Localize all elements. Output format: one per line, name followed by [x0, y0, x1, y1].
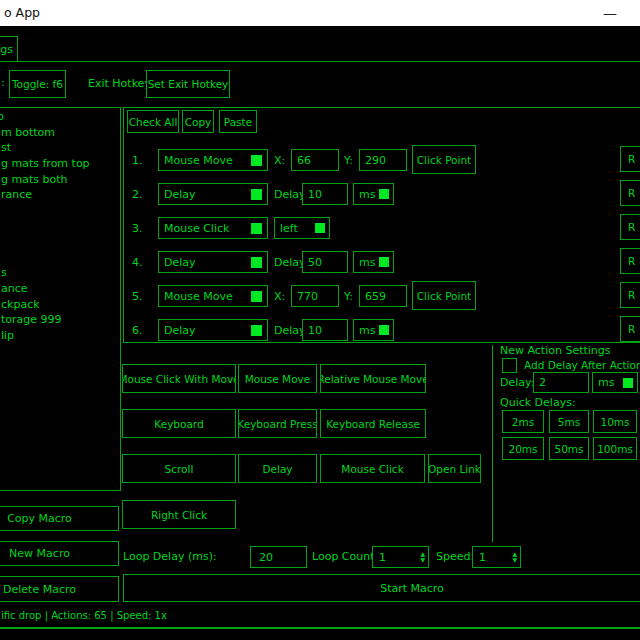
- action-type-dropdown[interactable]: Mouse Move: [158, 285, 268, 307]
- copy-macro-button[interactable]: Copy Macro: [0, 506, 119, 531]
- action-number: 2.: [132, 188, 143, 201]
- y-label: Y:: [344, 154, 353, 167]
- dropdown-square-icon: [251, 257, 262, 268]
- remove-button[interactable]: R: [620, 146, 640, 172]
- loop-count-value: 1: [379, 551, 386, 564]
- y-input[interactable]: 659: [359, 285, 407, 307]
- start-macro-button[interactable]: Start Macro: [123, 574, 640, 602]
- delete-macro-button[interactable]: Delete Macro: [0, 576, 119, 602]
- remove-button[interactable]: R: [620, 282, 640, 308]
- x-value: 770: [297, 290, 318, 303]
- remove-button[interactable]: R: [620, 248, 640, 274]
- stepper-down-icon[interactable]: ▼: [512, 557, 517, 563]
- tab-settings[interactable]: gs: [0, 36, 18, 62]
- action-row: 2. Delay Delay 10 ms R: [0, 183, 640, 213]
- add-mouse-move-button[interactable]: Mouse Move: [238, 364, 317, 393]
- quick-delay-10ms-button[interactable]: 10ms: [593, 410, 637, 433]
- add-keyboard-button[interactable]: Keyboard: [122, 409, 236, 438]
- status-bar-text: ific drop | Actions: 65 | Speed: 1x: [1, 610, 167, 621]
- menu-underline: [0, 61, 640, 62]
- quick-delay-5ms-button[interactable]: 5ms: [549, 410, 589, 433]
- loop-delay-input[interactable]: 20: [250, 546, 307, 568]
- action-type-value: Delay: [164, 256, 196, 269]
- add-open-link-button[interactable]: Open Link: [428, 454, 481, 483]
- macro-list-item[interactable]: m bottom: [0, 125, 120, 141]
- dropdown-square-icon: [379, 189, 389, 199]
- delay-input[interactable]: 10: [302, 183, 348, 205]
- titlebar: o App —: [0, 0, 640, 26]
- copy-button[interactable]: Copy: [182, 110, 214, 133]
- new-action-delay-label: Delay:: [500, 376, 534, 389]
- quick-delay-20ms-button[interactable]: 20ms: [502, 437, 544, 460]
- action-type-value: Mouse Move: [164, 290, 233, 303]
- stepper-arrows[interactable]: ▲ ▼: [512, 551, 517, 563]
- new-action-delay-input[interactable]: 2: [533, 372, 589, 393]
- action-type-dropdown[interactable]: Delay: [158, 251, 268, 273]
- add-right-click-button[interactable]: Right Click: [122, 500, 236, 529]
- action-type-value: Delay: [164, 188, 196, 201]
- new-action-settings-title: New Action Settings: [500, 344, 611, 357]
- loop-delay-label: Loop Delay (ms):: [123, 550, 217, 563]
- action-type-dropdown[interactable]: Delay: [158, 319, 268, 341]
- delay-label: Delay: [274, 324, 306, 337]
- x-label: X:: [274, 290, 285, 303]
- dropdown-square-icon: [379, 325, 389, 335]
- add-delay-checkbox-label: Add Delay After Action: [524, 359, 640, 371]
- remove-button[interactable]: R: [620, 180, 640, 206]
- paste-button[interactable]: Paste: [219, 110, 257, 133]
- delay-input[interactable]: 50: [302, 251, 348, 273]
- new-action-unit-value: ms: [598, 376, 614, 389]
- quick-delay-100ms-button[interactable]: 100ms: [593, 437, 637, 460]
- minimize-icon[interactable]: —: [596, 1, 624, 25]
- add-delay-checkbox[interactable]: [502, 358, 517, 373]
- dropdown-square-icon: [315, 223, 325, 233]
- add-keyboard-release-button[interactable]: Keyboard Release: [320, 409, 426, 438]
- delay-input[interactable]: 10: [302, 319, 348, 341]
- add-scroll-button[interactable]: Scroll: [122, 454, 236, 483]
- dropdown-square-icon: [251, 155, 262, 166]
- new-action-unit-dropdown[interactable]: ms: [592, 372, 638, 393]
- y-input[interactable]: 290: [359, 149, 407, 171]
- action-type-dropdown[interactable]: Delay: [158, 183, 268, 205]
- x-value: 66: [297, 154, 311, 167]
- action-type-dropdown[interactable]: Mouse Click: [158, 217, 268, 239]
- new-macro-button[interactable]: New Macro: [0, 541, 119, 566]
- toggle-hotkey-button[interactable]: Toggle: f6: [9, 70, 66, 98]
- unit-value: ms: [359, 324, 375, 337]
- dropdown-square-icon: [251, 223, 262, 234]
- unit-dropdown[interactable]: ms: [353, 183, 394, 205]
- click-point-button[interactable]: Click Point: [412, 145, 476, 174]
- add-keyboard-press-button[interactable]: Keyboard Press: [238, 409, 317, 438]
- action-type-value: Mouse Click: [164, 222, 229, 235]
- status-bar-border: [0, 627, 640, 629]
- dropdown-square-icon: [379, 257, 389, 267]
- speed-stepper[interactable]: 1 ▲ ▼: [472, 546, 521, 568]
- remove-button[interactable]: R: [620, 214, 640, 240]
- click-point-button[interactable]: Click Point: [412, 281, 476, 310]
- add-mouse-click-with-move-button[interactable]: Mouse Click With Move: [122, 364, 236, 393]
- unit-dropdown[interactable]: ms: [353, 319, 394, 341]
- remove-button[interactable]: R: [620, 316, 640, 342]
- unit-dropdown[interactable]: ms: [353, 251, 394, 273]
- add-relative-mouse-move-button[interactable]: Relative Mouse Move: [320, 364, 426, 393]
- stepper-arrows[interactable]: ▲ ▼: [420, 551, 425, 563]
- stepper-down-icon[interactable]: ▼: [420, 557, 425, 563]
- action-number: 1.: [132, 154, 143, 167]
- add-mouse-click-button[interactable]: Mouse Click: [320, 454, 425, 483]
- mouse-button-dropdown[interactable]: left: [274, 217, 330, 239]
- loop-count-stepper[interactable]: 1 ▲ ▼: [372, 546, 429, 568]
- quick-delay-50ms-button[interactable]: 50ms: [549, 437, 589, 460]
- add-delay-button[interactable]: Delay: [238, 454, 317, 483]
- check-all-button[interactable]: Check All: [127, 110, 179, 133]
- dropdown-square-icon: [251, 325, 262, 336]
- action-type-dropdown[interactable]: Mouse Move: [158, 149, 268, 171]
- delay-value: 10: [308, 324, 322, 337]
- quick-delay-2ms-button[interactable]: 2ms: [502, 410, 544, 433]
- dropdown-square-icon: [623, 378, 633, 388]
- set-exit-hotkey-button[interactable]: Set Exit Hotkey: [146, 70, 230, 98]
- macro-list-item[interactable]: p: [0, 109, 120, 125]
- x-input[interactable]: 66: [291, 149, 339, 171]
- dropdown-square-icon: [251, 189, 262, 200]
- x-input[interactable]: 770: [291, 285, 339, 307]
- y-label: Y:: [344, 290, 353, 303]
